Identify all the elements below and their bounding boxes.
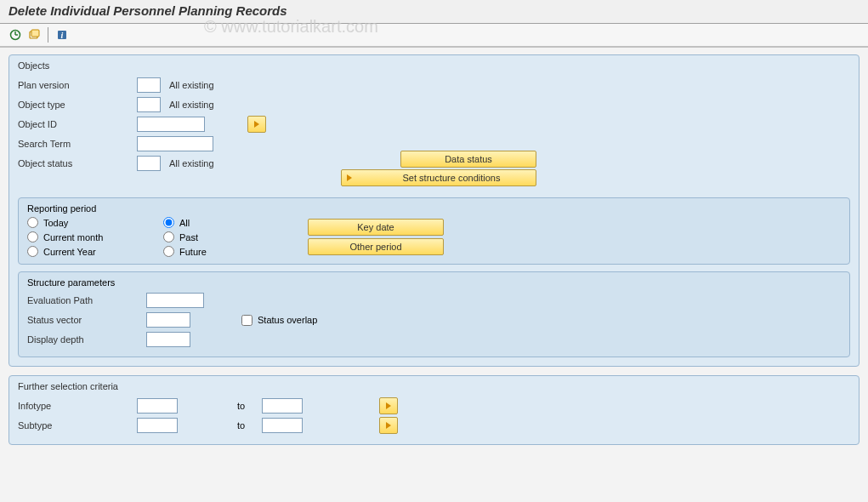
structure-parameters-title: Structure parameters [27, 277, 841, 288]
svg-rect-4 [31, 30, 39, 37]
plan-version-input[interactable] [137, 77, 161, 93]
reporting-period-group: Reporting period Today All Key date Othe… [18, 197, 850, 265]
object-status-after: All existing [169, 158, 214, 168]
radio-current-year[interactable]: Current Year [27, 246, 163, 257]
object-id-input[interactable] [137, 117, 205, 132]
further-selection-group: Further selection criteria Infotype to S… [9, 375, 859, 445]
past-label: Past [179, 232, 198, 242]
data-status-label: Data status [445, 154, 492, 164]
plan-version-after: All existing [169, 80, 214, 90]
objects-title: Objects [18, 60, 850, 71]
to-label-2: to [237, 420, 245, 431]
arrow-right-icon [386, 422, 391, 429]
further-selection-title: Further selection criteria [18, 381, 850, 391]
object-status-input[interactable] [137, 156, 161, 171]
radio-all[interactable]: All [163, 217, 282, 228]
infotype-to-input[interactable] [262, 398, 303, 414]
other-period-button[interactable]: Other period [308, 238, 444, 255]
arrow-right-icon [254, 121, 259, 128]
object-type-after: All existing [169, 100, 214, 110]
radio-today[interactable]: Today [27, 217, 163, 228]
radio-past[interactable]: Past [163, 231, 282, 242]
object-type-label: Object type [18, 100, 137, 110]
to-label-1: to [237, 401, 245, 411]
status-vector-label: Status vector [27, 315, 146, 325]
future-label: Future [179, 247, 207, 257]
status-vector-input[interactable] [146, 312, 190, 328]
objects-group: Objects Plan version All existing Object… [9, 54, 859, 367]
variant-button[interactable] [26, 26, 43, 43]
display-depth-input[interactable] [146, 332, 190, 347]
status-overlap-checkbox[interactable]: Status overlap [241, 315, 317, 326]
subtype-label: Subtype [18, 420, 137, 431]
object-id-multiselect-button[interactable] [247, 116, 266, 133]
svg-text:i: i [61, 31, 64, 40]
radio-current-month[interactable]: Current month [27, 231, 163, 242]
object-id-label: Object ID [18, 119, 137, 129]
subtype-from-input[interactable] [137, 418, 178, 433]
subtype-multiselect-button[interactable] [379, 417, 398, 434]
infotype-label: Infotype [18, 401, 137, 411]
reporting-period-title: Reporting period [27, 203, 841, 214]
evaluation-path-input[interactable] [146, 293, 204, 308]
evaluation-path-label: Evaluation Path [27, 295, 146, 305]
display-depth-label: Display depth [27, 334, 146, 345]
status-overlap-label: Status overlap [258, 315, 317, 325]
infotype-from-input[interactable] [137, 398, 178, 414]
infotype-multiselect-button[interactable] [379, 397, 398, 414]
key-date-label: Key date [357, 222, 394, 232]
today-label: Today [43, 218, 68, 228]
current-month-label: Current month [43, 232, 103, 242]
page-title: Delete Individual Personnel Planning Rec… [0, 0, 868, 24]
plan-version-label: Plan version [18, 80, 137, 90]
arrow-right-icon [386, 402, 391, 409]
other-period-label: Other period [349, 242, 401, 252]
toolbar: i [0, 24, 868, 48]
structure-parameters-group: Structure parameters Evaluation Path Sta… [18, 271, 850, 357]
current-year-label: Current Year [43, 247, 96, 257]
execute-button[interactable] [7, 26, 24, 43]
data-status-button[interactable]: Data status [400, 151, 536, 168]
object-status-label: Object status [18, 158, 137, 168]
search-term-input[interactable] [137, 136, 213, 151]
search-term-label: Search Term [18, 139, 137, 149]
object-type-input[interactable] [137, 97, 161, 112]
subtype-to-input[interactable] [262, 418, 303, 433]
set-structure-conditions-button[interactable]: Set structure conditions [341, 169, 536, 186]
set-structure-label: Set structure conditions [367, 173, 536, 183]
all-label: All [179, 218, 190, 228]
radio-future[interactable]: Future [163, 246, 282, 257]
key-date-button[interactable]: Key date [308, 219, 444, 236]
info-button[interactable]: i [54, 26, 71, 43]
toolbar-separator [48, 27, 48, 43]
arrow-right-icon [347, 174, 352, 181]
